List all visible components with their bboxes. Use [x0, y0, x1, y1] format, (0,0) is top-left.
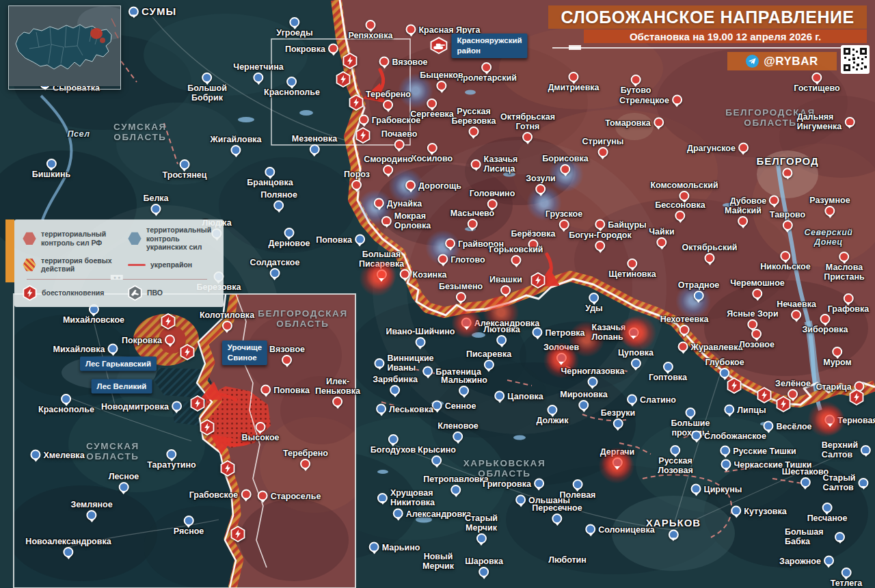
settlement-marker: [578, 400, 589, 410]
place-label: Черемошное: [730, 278, 784, 288]
place-settlement: Александровка: [393, 509, 472, 519]
place-settlement: Таратутино: [147, 449, 196, 470]
place-settlement: Гостищево: [794, 72, 839, 93]
place-settlement: Таврово: [770, 210, 805, 230]
place-label: Александровка: [406, 509, 472, 518]
place-settlement: Старый Мерчик: [465, 513, 498, 544]
settlement-marker: [657, 237, 667, 248]
place-settlement: Высокое: [242, 422, 280, 442]
settlement-marker: [374, 198, 384, 209]
settlement-marker: [627, 258, 637, 269]
place-region-label: СУМСКАЯ ОБЛАСТЬ: [86, 441, 139, 462]
place-label: Циркуны: [704, 484, 742, 494]
place-settlement: Староселье: [258, 491, 321, 501]
place-settlement: Быценков: [420, 70, 463, 91]
place-label: Теребрено: [283, 449, 328, 458]
place-label: СУМЫ: [142, 6, 176, 18]
settlement-marker: [552, 513, 562, 524]
settlement-marker: [221, 321, 232, 331]
settlement-marker: [536, 184, 546, 194]
place-label: Русские Тишки: [733, 446, 796, 455]
place-settlement: Богун-Городок: [569, 230, 632, 251]
settlement-marker: [724, 405, 734, 415]
settlement-marker: [184, 516, 194, 526]
settlement-marker: [309, 144, 319, 155]
clash-icon: [200, 419, 215, 438]
badge-label: Краснояружский район: [451, 34, 527, 58]
place-label: Поповка: [316, 235, 352, 244]
place-settlement: Покровка: [285, 44, 338, 54]
settlement-marker: [394, 139, 405, 150]
place-settlement: Сенное: [432, 401, 476, 411]
place-label: Покровка: [285, 44, 325, 53]
clash-lightning-icon: [220, 460, 235, 477]
place-settlement: Шестаково: [782, 467, 829, 487]
place-label: Зарожное: [779, 556, 821, 565]
settlement-marker: [388, 434, 398, 444]
settlement-marker: [748, 319, 758, 330]
legend-label: территориальный контроль сил РФ: [41, 230, 126, 247]
settlement-marker: [686, 407, 696, 418]
settlement-marker: [62, 394, 72, 404]
settlement-marker: [738, 216, 749, 226]
place-settlement: Золочев: [543, 343, 579, 363]
place-settlement: Вязовое: [379, 57, 428, 67]
place-label: Солдатское: [250, 258, 300, 267]
place-settlement: Пролетарский: [457, 62, 517, 83]
settlement-marker: [393, 509, 403, 519]
place-label: Смородино: [364, 155, 413, 164]
settlement-marker: [679, 325, 689, 335]
place-settlement: Григоровка: [483, 479, 544, 489]
settlement-marker: [254, 72, 264, 83]
settlement-marker: [783, 168, 793, 178]
place-settlement: Масычево: [450, 209, 495, 229]
place-settlement: Безымено: [439, 282, 483, 302]
settlement-marker: [595, 219, 605, 230]
place-label: Мокрая Орловка: [394, 211, 431, 230]
legend-label: территория боевых действий: [41, 256, 126, 273]
place-label: Староселье: [271, 491, 321, 500]
place-label: Дорогощь: [418, 181, 461, 190]
place-settlement: Бранцовка: [247, 167, 293, 187]
settlement-marker: [627, 395, 637, 405]
place-label: Весёлое: [776, 421, 811, 431]
legend-label: ПВО: [147, 289, 163, 297]
place-label: Люботин: [548, 555, 587, 565]
clash-icon: [776, 396, 791, 415]
place-label: Кленовое: [438, 421, 479, 431]
clash-lightning-icon: [757, 387, 772, 403]
place-label: Пороз: [344, 170, 370, 179]
settlement-marker: [679, 191, 690, 201]
place-settlement: Большая Писаревка: [359, 250, 404, 280]
place-label: Глубокое: [705, 358, 744, 367]
settlement-marker: [589, 293, 599, 303]
settlement-marker: [376, 404, 386, 414]
place-label: Братеница: [435, 366, 481, 376]
place-label: Берёзовка: [511, 229, 556, 239]
clash-icon: [349, 94, 364, 113]
settlement-marker: [484, 360, 494, 370]
place-settlement: Хрущовая Никитовка: [377, 488, 435, 507]
place-settlement: Черноглазовка: [561, 366, 625, 387]
settlement-marker: [270, 268, 280, 278]
legend-item-ua-control: территориальный контроль украинских сил: [128, 226, 211, 252]
settlement-marker: [833, 347, 843, 357]
place-label: Верхний Салтов: [822, 440, 858, 459]
settlement-marker: [556, 353, 567, 363]
settlement-marker: [835, 532, 845, 542]
place-label: Большая Бабка: [785, 527, 832, 546]
clash-icon: [230, 526, 245, 545]
settlement-marker: [469, 126, 479, 137]
place-label: Зелёное: [775, 379, 811, 388]
place-settlement: Весёлое: [763, 421, 811, 431]
settlement-marker: [522, 132, 533, 142]
settlement-marker: [179, 159, 189, 170]
place-label: Томаровка: [605, 118, 651, 127]
place-label: Писаревка: [466, 349, 511, 359]
place-label: Безруки: [601, 408, 636, 418]
place-settlement: Муром: [823, 347, 852, 367]
place-settlement: Дунайка: [374, 198, 422, 209]
settlement-marker: [119, 482, 129, 492]
place-settlement: Зиборовка: [802, 314, 848, 334]
place-settlement: Солдатское: [250, 258, 300, 278]
